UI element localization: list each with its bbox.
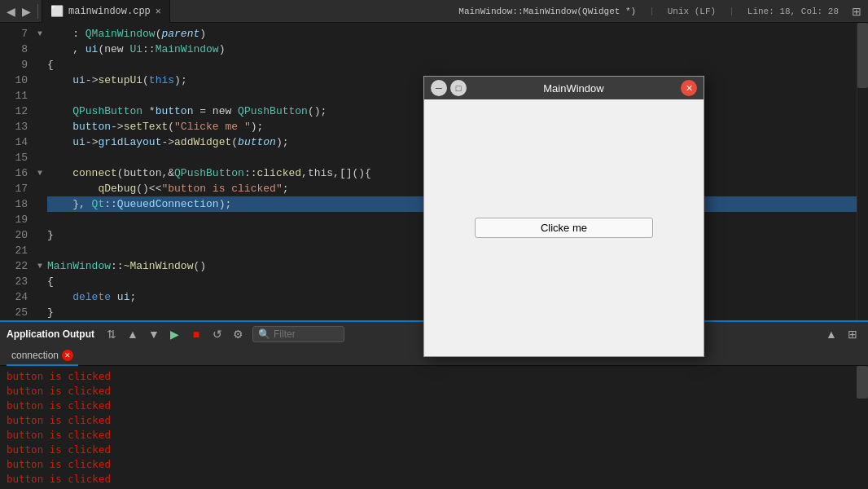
output-line: button is clicked xyxy=(7,443,861,457)
fold-indicator xyxy=(33,73,47,88)
filter-icon: 🔍 xyxy=(258,328,270,340)
token: gridLayout xyxy=(98,134,161,150)
qt-minimize-button[interactable]: ─ xyxy=(431,80,447,96)
line-number: 15 xyxy=(5,150,28,165)
line-number: 14 xyxy=(5,134,28,150)
editor-tab[interactable]: ⬜ mainwindow.cpp × xyxy=(42,0,170,23)
token: ui xyxy=(117,289,130,305)
token: }, xyxy=(47,196,92,212)
line-number: 25 xyxy=(5,305,28,320)
panel-maximize-button[interactable]: ⊞ xyxy=(844,325,861,343)
token: ); xyxy=(219,196,232,212)
panel-tab-label: connection xyxy=(11,350,59,361)
line-number: 21 xyxy=(5,243,28,258)
fold-indicator[interactable]: ▼ xyxy=(33,26,47,42)
panel-right-buttons: ▲⊞ xyxy=(822,325,861,343)
token: { xyxy=(47,57,54,73)
token: :: xyxy=(142,42,156,57)
line-number: 11 xyxy=(5,88,28,104)
encoding-indicator: Unix (LF) xyxy=(664,7,719,16)
token: ( xyxy=(142,73,149,88)
token: = new xyxy=(193,104,238,119)
qt-window: ─ □ MainWindow ✕ Clicke me xyxy=(423,76,704,357)
forward-button[interactable]: ▶ xyxy=(19,0,34,23)
token: ) xyxy=(199,26,206,42)
token: Ui xyxy=(129,42,142,57)
token: ); xyxy=(251,119,264,134)
filter-box[interactable]: 🔍 xyxy=(252,326,344,342)
token: ) xyxy=(219,42,226,57)
qt-clickme-button[interactable]: Clicke me xyxy=(475,218,653,238)
expand-button[interactable]: ⊞ xyxy=(848,0,865,23)
fold-indicator xyxy=(33,134,47,150)
token: "Clicke me " xyxy=(174,119,251,134)
panel-tab-connection[interactable]: connection ✕ xyxy=(7,346,78,366)
qt-close-button[interactable]: ✕ xyxy=(681,80,697,96)
position-indicator: Line: 18, Col: 28 xyxy=(744,7,842,16)
line-number: 9 xyxy=(5,57,28,73)
panel-down-button[interactable]: ▼ xyxy=(145,325,163,343)
output-content: button is clickedbutton is clickedbutton… xyxy=(0,366,868,489)
panel-play-button[interactable]: ▶ xyxy=(166,325,184,343)
scrollbar-thumb xyxy=(857,23,868,88)
token: "button is clicked" xyxy=(161,181,282,196)
tab-bar: ◀ ▶ ⬜ mainwindow.cpp × MainWindow::MainW… xyxy=(0,0,868,23)
panel-title: Application Output xyxy=(7,328,94,340)
line-number: 23 xyxy=(5,274,28,289)
token: ; xyxy=(283,181,289,196)
line-number: 22 xyxy=(5,258,28,274)
token: ui xyxy=(85,42,99,57)
panel-rerun-button[interactable]: ↺ xyxy=(208,325,226,343)
fold-indicator xyxy=(33,305,47,320)
token: :: xyxy=(111,258,124,274)
tab-close-button[interactable]: × xyxy=(156,7,161,16)
token: setupUi xyxy=(98,73,142,88)
token: ); xyxy=(276,134,289,150)
line-number: 7 xyxy=(5,26,28,42)
token: -> xyxy=(85,73,99,88)
editor-scrollbar[interactable] xyxy=(857,23,868,320)
fold-indicator[interactable]: ▼ xyxy=(33,165,47,181)
token: connect xyxy=(72,165,117,181)
line-number: 17 xyxy=(5,181,28,196)
fold-indicator xyxy=(33,42,47,57)
token: ( xyxy=(168,119,174,134)
output-line: button is clicked xyxy=(7,457,861,472)
line-number: 13 xyxy=(5,119,28,134)
filter-input[interactable] xyxy=(274,328,339,340)
fold-indicator xyxy=(33,212,47,227)
token xyxy=(47,119,72,134)
fold-indicator[interactable]: ▼ xyxy=(33,258,47,274)
output-scrollbar[interactable] xyxy=(857,366,868,489)
token xyxy=(47,289,72,305)
token xyxy=(47,134,72,150)
token: * xyxy=(142,104,156,119)
panel-collapse-button[interactable]: ▲ xyxy=(822,325,840,343)
panel-up-button[interactable]: ▲ xyxy=(124,325,142,343)
token: setText xyxy=(124,119,169,134)
qt-maximize-button[interactable]: □ xyxy=(450,80,467,96)
panel-toolbar: ⇅▲▼▶■↺⚙ xyxy=(103,325,248,343)
token: (); xyxy=(308,104,327,119)
token: } xyxy=(47,305,54,320)
output-line: button is clicked xyxy=(7,399,861,413)
back-button[interactable]: ◀ xyxy=(3,0,19,23)
connection-close-badge[interactable]: ✕ xyxy=(62,350,73,361)
token: :: xyxy=(104,196,117,212)
token xyxy=(47,73,72,88)
token: ( xyxy=(231,134,238,150)
function-indicator: MainWindow::MainWindow(QWidget *) xyxy=(455,7,639,16)
tab-filename: mainwindow.cpp xyxy=(68,6,151,17)
fold-indicator xyxy=(33,104,47,119)
panel-stop-button[interactable]: ■ xyxy=(187,325,205,343)
panel-streams-button[interactable]: ⇅ xyxy=(103,325,121,343)
output-line: button is clicked xyxy=(7,413,861,428)
token: () xyxy=(193,258,206,274)
fold-indicator xyxy=(33,289,47,305)
line-number: 18 xyxy=(5,196,28,212)
fold-indicator xyxy=(33,57,47,73)
line-number: 12 xyxy=(5,104,28,119)
output-scrollbar-thumb xyxy=(857,366,868,399)
panel-settings-button[interactable]: ⚙ xyxy=(230,325,248,343)
line-number: 8 xyxy=(5,42,28,57)
